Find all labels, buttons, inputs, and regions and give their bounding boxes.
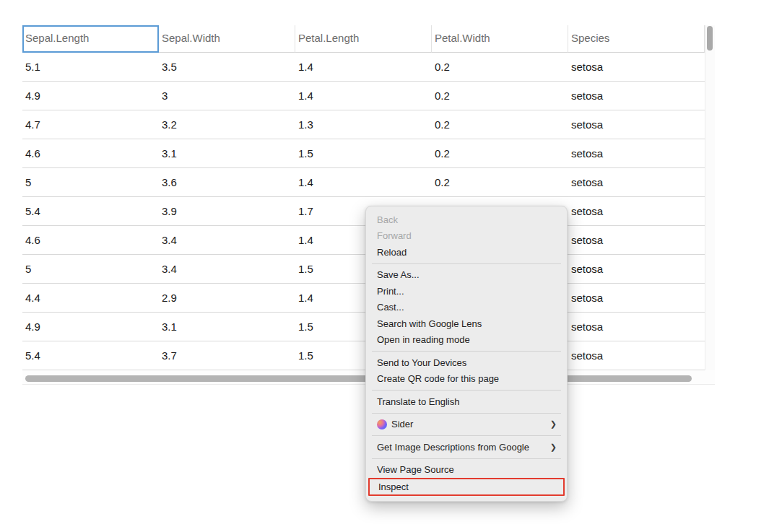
menu-separator <box>372 458 561 459</box>
table-row: 4.73.21.30.2setosa <box>22 110 705 139</box>
menu-item-label: Save As... <box>377 269 420 280</box>
table-cell: 1.3 <box>295 110 432 139</box>
table-cell: 4.9 <box>22 82 159 110</box>
menu-item-view-page-source[interactable]: View Page Source <box>366 462 567 479</box>
table-cell: 1.4 <box>295 168 432 196</box>
vertical-scrollbar[interactable] <box>705 25 715 370</box>
menu-item-translate-to-english[interactable]: Translate to English <box>366 393 567 410</box>
table-cell: setosa <box>568 139 705 167</box>
table-cell: 5.4 <box>22 197 159 225</box>
table-cell: setosa <box>568 168 705 196</box>
table-cell: setosa <box>568 226 705 254</box>
column-header-sepal-length[interactable]: Sepal.Length <box>22 25 159 53</box>
table-cell: 3.5 <box>159 53 295 81</box>
table-row: 53.41.50.2setosa <box>22 255 705 284</box>
menu-item-reload[interactable]: Reload <box>366 244 567 261</box>
vertical-scrollbar-thumb[interactable] <box>707 26 713 51</box>
table-cell: 3.4 <box>159 226 295 254</box>
column-header-petal-width[interactable]: Petal.Width <box>432 25 568 53</box>
menu-item-cast[interactable]: Cast... <box>366 300 567 316</box>
page: Sepal.LengthSepal.WidthPetal.LengthPetal… <box>0 0 769 532</box>
menu-item-create-qr-code-for-this-page[interactable]: Create QR code for this page <box>366 371 567 388</box>
table-row: 4.63.41.40.3setosa <box>22 226 705 255</box>
table-cell: 0.2 <box>432 110 568 139</box>
menu-item-send-to-your-devices[interactable]: Send to Your Devices <box>366 354 567 371</box>
table-cell: 4.4 <box>22 284 159 312</box>
menu-item-label: Inspect <box>378 481 409 492</box>
column-header-petal-length[interactable]: Petal.Length <box>295 25 432 53</box>
menu-item-label: Back <box>377 214 398 225</box>
context-menu: BackForwardReloadSave As...Print...Cast.… <box>365 206 568 502</box>
table-cell: setosa <box>568 313 705 341</box>
table-cell: 3.6 <box>159 168 295 196</box>
table-cell: setosa <box>568 341 705 370</box>
table-row: 4.63.11.50.2setosa <box>22 139 705 168</box>
submenu-chevron-icon: ❯ <box>550 443 557 451</box>
table-cell: 2.9 <box>159 284 295 312</box>
table-cell: 1.5 <box>295 139 432 167</box>
table-row: 5.43.71.50.2setosa <box>22 341 705 370</box>
menu-item-label: Cast... <box>377 302 404 313</box>
table-cell: 5.1 <box>22 53 159 81</box>
table-cell: 3.2 <box>159 110 295 139</box>
table-cell: 4.6 <box>22 139 159 167</box>
menu-item-label: Create QR code for this page <box>377 373 499 384</box>
table-cell: 3.4 <box>159 255 295 283</box>
horizontal-scrollbar-thumb[interactable] <box>25 375 692 382</box>
table-row: 53.61.40.2setosa <box>22 168 705 197</box>
menu-item-label: Sider <box>391 419 413 429</box>
column-header-sepal-width[interactable]: Sepal.Width <box>159 25 295 53</box>
table-cell: 1.4 <box>295 53 432 81</box>
menu-item-label: Search with Google Lens <box>377 318 482 329</box>
table-cell: 4.6 <box>22 226 159 254</box>
menu-item-print[interactable]: Print... <box>366 283 567 300</box>
menu-item-back: Back <box>366 212 567 228</box>
menu-separator <box>372 435 561 436</box>
table-cell: setosa <box>568 110 705 139</box>
table-cell: 0.2 <box>432 82 568 110</box>
table-cell: setosa <box>568 197 705 225</box>
table-row: 4.931.40.2setosa <box>22 82 705 110</box>
menu-separator <box>372 351 561 352</box>
table-cell: 3.7 <box>159 341 295 370</box>
table-cell: 1.4 <box>295 82 432 110</box>
table-cell: 5.4 <box>22 341 159 370</box>
menu-item-label: Get Image Descriptions from Google <box>377 442 529 453</box>
table-row: 4.42.91.40.2setosa <box>22 284 705 313</box>
menu-item-forward: Forward <box>366 228 567 245</box>
table-row: 5.43.91.70.4setosa <box>22 197 705 226</box>
table-cell: 3.9 <box>159 197 295 225</box>
menu-item-open-in-reading-mode[interactable]: Open in reading mode <box>366 332 567 349</box>
menu-item-label: Print... <box>377 286 404 297</box>
table-row: 4.93.11.50.1setosa <box>22 313 705 341</box>
table-header-row: Sepal.LengthSepal.WidthPetal.LengthPetal… <box>22 25 705 53</box>
column-header-species[interactable]: Species <box>568 25 705 53</box>
table-body: 5.13.51.40.2setosa4.931.40.2setosa4.73.2… <box>22 53 705 370</box>
menu-item-label: Reload <box>377 247 407 258</box>
menu-item-get-image-descriptions-from-google[interactable]: Get Image Descriptions from Google❯ <box>366 439 567 455</box>
menu-item-label: Open in reading mode <box>377 334 470 345</box>
menu-item-save-as[interactable]: Save As... <box>366 267 567 284</box>
menu-item-sider[interactable]: Sider❯ <box>366 417 567 433</box>
menu-item-search-with-google-lens[interactable]: Search with Google Lens <box>366 315 567 332</box>
menu-separator <box>372 413 561 414</box>
menu-item-label: Forward <box>377 230 412 241</box>
table-cell: setosa <box>568 255 705 283</box>
menu-item-label: Send to Your Devices <box>377 357 466 368</box>
table-cell: setosa <box>568 53 705 81</box>
table-cell: 0.2 <box>432 53 568 81</box>
table-cell: 0.2 <box>432 139 568 167</box>
submenu-chevron-icon: ❯ <box>550 420 557 428</box>
menu-item-label: View Page Source <box>377 464 454 475</box>
table-cell: 4.9 <box>22 313 159 341</box>
table-cell: setosa <box>568 284 705 312</box>
menu-item-label: Translate to English <box>377 396 459 407</box>
table-cell: 0.2 <box>432 168 568 196</box>
menu-separator <box>372 390 561 391</box>
table-cell: 4.7 <box>22 110 159 139</box>
menu-item-inspect[interactable]: Inspect <box>368 478 565 496</box>
table-cell: 5 <box>22 168 159 196</box>
table-cell: 3.1 <box>159 139 295 167</box>
menu-separator <box>372 263 561 264</box>
sider-brain-icon <box>377 419 387 429</box>
